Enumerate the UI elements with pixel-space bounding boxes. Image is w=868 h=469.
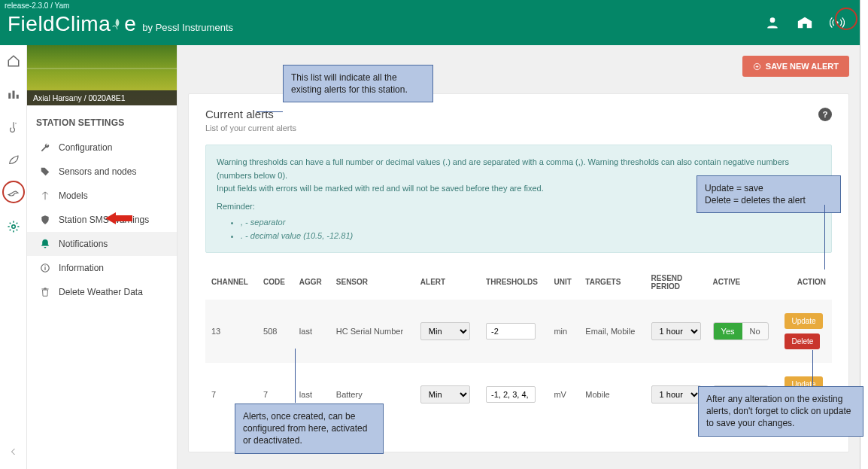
brand-part: Field — [8, 12, 55, 35]
sidebar-item-label: Notifications — [59, 239, 108, 249]
rail-thermometer-icon[interactable] — [3, 117, 24, 137]
svg-rect-8 — [44, 267, 45, 270]
callout-line — [256, 111, 283, 112]
col-channel: CHANNEL — [205, 265, 257, 300]
sidebar-item-information[interactable]: Information — [27, 256, 177, 280]
sidebar-item-models[interactable]: Models — [27, 184, 177, 208]
svg-point-0 — [770, 17, 775, 23]
sidebar-item-delete-weather[interactable]: Delete Weather Data — [27, 280, 177, 304]
rail-chart-icon[interactable] — [3, 84, 24, 104]
tag-icon — [39, 166, 51, 178]
col-action: ACTION — [778, 265, 832, 300]
annotation-arrow — [105, 212, 132, 225]
broadcast-icon[interactable] — [830, 15, 845, 30]
reminder-item: . - decimal value (10.5, -12.81) — [241, 230, 821, 243]
svg-point-6 — [11, 225, 15, 229]
alert-select[interactable]: Min — [420, 385, 470, 404]
station-photo: Axial Harsany / 0020A8E1 — [27, 45, 177, 105]
panel-subtitle: List of your current alerts — [205, 123, 296, 132]
top-header: release-2.3.0 / Yam FieldClimae by Pessl… — [0, 0, 860, 45]
col-unit: UNIT — [548, 265, 579, 300]
delete-button[interactable]: Delete — [785, 333, 820, 349]
icon-rail — [0, 45, 27, 469]
cell-unit: mV — [548, 363, 579, 426]
sidebar-item-label: Station SMS Warnings — [59, 215, 149, 225]
sidebar-item-configuration[interactable]: Configuration — [27, 136, 177, 160]
info-icon — [39, 262, 51, 274]
sidebar-item-sms-warnings[interactable]: Station SMS Warnings — [27, 208, 177, 232]
sidebar-item-label: Information — [59, 263, 104, 273]
update-button[interactable]: Update — [785, 313, 822, 329]
rail-collapse-icon[interactable] — [3, 442, 24, 461]
sidebar-item-notifications[interactable]: Notifications — [27, 232, 177, 256]
resend-select[interactable]: 1 hour — [651, 322, 701, 340]
svg-rect-3 — [12, 91, 14, 99]
callout-update-delete: Update = save Delete = deletes the alert — [697, 175, 841, 213]
trash-icon — [39, 286, 51, 298]
thresholds-input[interactable] — [486, 386, 536, 403]
callout-line — [824, 205, 825, 270]
svg-rect-2 — [8, 93, 11, 99]
panel-title: Current alerts — [205, 108, 296, 120]
svg-point-1 — [836, 21, 838, 23]
release-label: release-2.3.0 / Yam — [5, 2, 69, 10]
brand: FieldClimae by Pessl Instruments — [8, 12, 233, 36]
col-targets: TARGETS — [579, 265, 645, 300]
sidebar-item-sensors[interactable]: Sensors and nodes — [27, 160, 177, 184]
svg-marker-11 — [105, 212, 132, 224]
svg-point-5 — [15, 123, 17, 124]
rail-bird-icon[interactable] — [3, 184, 24, 203]
col-sensor: SENSOR — [330, 265, 414, 300]
rail-home-icon[interactable] — [3, 51, 24, 71]
callout-list: This list will indicate all the existing… — [283, 65, 433, 102]
sidebar-item-label: Delete Weather Data — [59, 287, 143, 297]
svg-rect-4 — [16, 95, 18, 99]
col-resend: RESEND PERIOD — [645, 265, 707, 300]
sidebar: Axial Harsany / 0020A8E1 STATION SETTING… — [27, 45, 178, 469]
cell-sensor: HC Serial Number — [330, 300, 414, 363]
station-caption: Axial Harsany / 0020A8E1 — [27, 90, 177, 105]
callout-line — [812, 350, 813, 386]
toggle-yes[interactable]: Yes — [714, 323, 742, 340]
help-icon[interactable]: ? — [818, 108, 832, 121]
cell-unit: min — [548, 300, 579, 363]
cell-code: 508 — [257, 300, 293, 363]
shield-icon — [39, 214, 51, 226]
col-active: ACTIVE — [707, 265, 779, 300]
callout-save-changes: After any alteration on the existing ale… — [698, 386, 863, 437]
toggle-no[interactable]: No — [742, 323, 768, 340]
barn-icon[interactable] — [797, 15, 813, 30]
save-new-alert-button[interactable]: SAVE NEW ALERT — [742, 56, 849, 77]
alert-select[interactable]: Min — [420, 322, 470, 340]
col-code: CODE — [257, 265, 293, 300]
rail-gear-icon[interactable] — [3, 217, 24, 236]
col-thresholds: THRESHOLDS — [480, 265, 548, 300]
col-aggr: AGGR — [293, 265, 330, 300]
thresholds-input[interactable] — [486, 323, 536, 340]
sidebar-item-label: Models — [59, 190, 88, 201]
brand-part: Clima — [55, 12, 111, 35]
callout-configure: Alerts, once created, can be configured … — [235, 404, 384, 454]
bell-icon — [39, 238, 51, 250]
cell-channel: 13 — [205, 300, 257, 363]
cell-aggr: last — [293, 300, 330, 363]
save-new-alert-label: SAVE NEW ALERT — [766, 62, 839, 71]
table-row: 13 508 last HC Serial Number Min min Ema… — [205, 300, 832, 363]
sidebar-item-label: Sensors and nodes — [59, 166, 136, 177]
brand-part: e — [124, 12, 136, 35]
resend-select[interactable]: 1 hour — [651, 385, 701, 404]
cell-targets: Email, Mobile — [579, 300, 645, 363]
rail-leaf-icon[interactable] — [3, 151, 24, 170]
sidebar-item-label: Configuration — [59, 142, 112, 153]
cell-targets: Mobile — [579, 363, 645, 426]
svg-rect-9 — [44, 266, 45, 266]
reminder-item: , - separator — [241, 216, 821, 230]
user-icon[interactable] — [765, 15, 780, 30]
col-alert: ALERT — [414, 265, 480, 300]
brand-sub: by Pessl Instruments — [142, 22, 233, 33]
sidebar-section-title: STATION SETTINGS — [27, 105, 177, 136]
antenna-icon — [39, 190, 51, 202]
callout-line — [295, 349, 296, 403]
wrench-icon — [39, 142, 51, 154]
active-toggle[interactable]: YesNo — [713, 322, 769, 340]
